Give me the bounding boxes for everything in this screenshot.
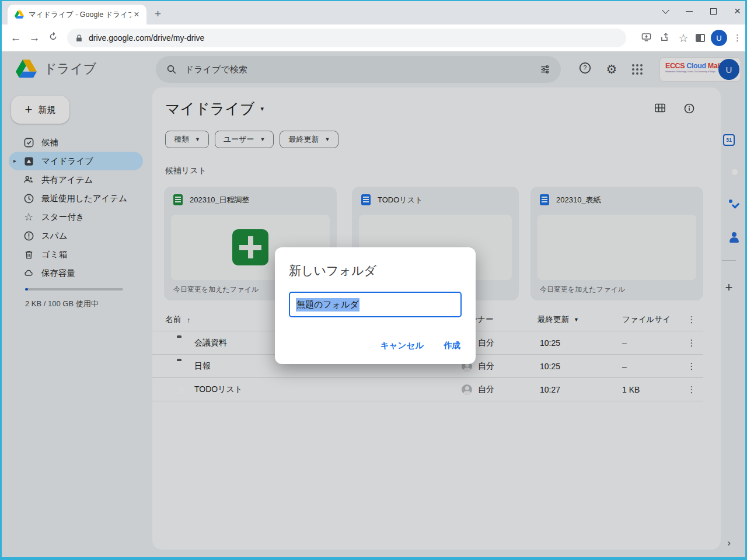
browser-menu-icon[interactable]: ⋮ <box>733 33 742 43</box>
close-window-icon[interactable]: × <box>734 5 741 18</box>
reload-icon[interactable] <box>44 32 62 44</box>
minimize-icon[interactable] <box>686 11 693 12</box>
browser-toolbar: ← → drive.google.com/drive/my-drive ☆ U … <box>2 24 745 51</box>
tab-title: マイドライブ - Google ドライブ <box>29 10 131 20</box>
drive-page: ドライブ ドライブで検索 ? ⚙ ECCS Cloud Mail <box>2 51 745 557</box>
side-panel-icon[interactable] <box>696 34 705 42</box>
selected-input-text: 無題のフォルダ <box>296 298 359 312</box>
tab-close-icon[interactable]: × <box>131 9 142 20</box>
create-button[interactable]: 作成 <box>444 340 460 351</box>
browser-window: マイドライブ - Google ドライブ × + × ← → drive.goo… <box>0 0 747 560</box>
tab-search-chevron-icon[interactable] <box>662 6 669 14</box>
url-text: drive.google.com/drive/my-drive <box>89 33 204 43</box>
browser-tab[interactable]: マイドライブ - Google ドライブ × <box>8 5 146 24</box>
browser-avatar[interactable]: U <box>711 30 727 46</box>
back-icon[interactable]: ← <box>6 32 25 44</box>
tab-strip: マイドライブ - Google ドライブ × + × <box>2 1 745 24</box>
cancel-button[interactable]: キャンセル <box>381 340 424 351</box>
install-icon[interactable] <box>640 32 652 44</box>
new-tab-icon[interactable]: + <box>155 8 161 20</box>
lock-icon <box>75 34 83 43</box>
maximize-icon[interactable] <box>710 8 717 15</box>
bookmark-star-icon[interactable]: ☆ <box>677 32 690 45</box>
drive-favicon <box>15 10 24 19</box>
folder-name-input[interactable]: 無題のフォルダ <box>289 292 462 317</box>
address-bar[interactable]: drive.google.com/drive/my-drive <box>67 29 626 47</box>
share-icon[interactable] <box>658 32 671 44</box>
new-folder-dialog: 新しいフォルダ 無題のフォルダ キャンセル 作成 <box>275 247 476 364</box>
forward-icon[interactable]: → <box>25 32 44 44</box>
dialog-title: 新しいフォルダ <box>289 262 462 279</box>
